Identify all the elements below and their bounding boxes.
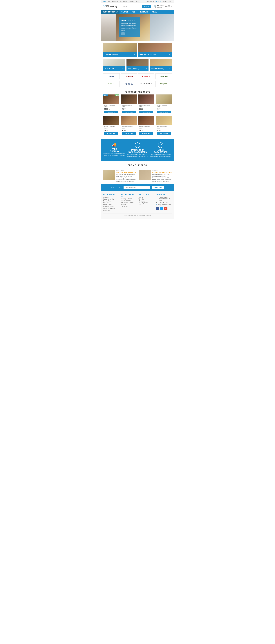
footer-my-wishlist[interactable]: My Wishlist (139, 200, 154, 202)
product-desc-5: Tempor incididunt ut labore (104, 126, 118, 129)
footer-orders-returns[interactable]: Orders and Returns (103, 208, 119, 209)
search-button[interactable]: SEARCH (142, 5, 151, 8)
category-vinyl[interactable]: VINYL Flooring → (126, 58, 148, 71)
category-carpet[interactable]: CARPET Flooring → (150, 58, 172, 71)
footer-customer-service[interactable]: Customer Service (103, 198, 119, 200)
add-to-cart-button-1[interactable]: ADD TO CART (104, 111, 118, 114)
brand-pergo-name: PERGO. (125, 83, 133, 85)
nav-laminate[interactable]: LAMINATE (138, 10, 150, 14)
language-value[interactable]: English ▾ (156, 0, 161, 2)
product-info-3: Tempor incididunt ut labore $258 ADD TO … (138, 104, 154, 114)
logo[interactable]: V Flooring (103, 4, 117, 8)
product-item-4: Tempor incididunt ut labore $258 ADD TO … (156, 94, 172, 114)
product-item-5: Tempor incididunt ut labore $258 ADD TO … (103, 116, 119, 136)
features-banner: 🚚 FREESHIPPING Lorem ipsum dolor sit ame… (101, 139, 174, 161)
blog-post-1-title[interactable]: DOLORE MAGNA ALIQUA (116, 171, 137, 173)
nav-login[interactable]: Login (136, 0, 139, 2)
currency-value[interactable]: USD ▾ (169, 0, 172, 2)
nav-vinyl[interactable]: VINYL (150, 10, 159, 14)
brand-mannington-name: MANNINGTON. (140, 83, 152, 84)
brand-shaw[interactable]: Shaw (103, 74, 120, 80)
cart-price: $0.00 (165, 5, 170, 7)
cart-dropdown-icon[interactable]: ▾ (171, 5, 172, 7)
brand-formica[interactable]: FORMICA (138, 74, 154, 80)
footer-about-us[interactable]: About Us (103, 196, 119, 198)
footer-track-order[interactable]: Track My Order (139, 202, 154, 204)
footer-information-title: INFORMATION (103, 194, 119, 196)
footer-group-sales[interactable]: Group Sales (121, 206, 136, 207)
nav-carpet[interactable]: CARPET (119, 10, 130, 14)
add-to-cart-button-3[interactable]: ADD TO CART (139, 111, 153, 114)
search-box: SEARCH (121, 4, 151, 8)
hero-arrow[interactable]: → (121, 32, 125, 35)
nav-tile[interactable]: TILE ▾ (130, 10, 138, 14)
nav-blog[interactable]: Blog (108, 0, 110, 2)
footer-privacy-policy[interactable]: Privacy Policy (103, 200, 119, 202)
add-to-cart-button-5[interactable]: ADD TO CART (104, 132, 118, 135)
category-carpet-name: CARPET Flooring (151, 68, 164, 70)
feature-return: ↩ 14 DAYEASY RETURN Lorem ipsum dolor si… (150, 142, 172, 157)
twitter-button[interactable]: t (160, 207, 163, 210)
footer-view-cart[interactable]: View Cart (139, 198, 154, 200)
category-hardwood-label: HARDWOOD Flooring → (138, 52, 172, 56)
footer-sign-in[interactable]: Sign In (139, 196, 154, 198)
product-info-8: Tempor incididunt ut labore $258 ADD TO … (156, 125, 172, 136)
footer-help[interactable]: Help (139, 204, 154, 206)
footer-secure-shopping[interactable]: Secure Shopping (121, 200, 136, 202)
category-laminate[interactable]: LAMINATE Flooring → (103, 43, 137, 56)
brand-ecotimber[interactable]: EcoTimber (103, 81, 120, 87)
category-hardwood[interactable]: HARDWOOD Flooring → (138, 43, 172, 56)
product-desc-6: Tempor incididunt ut labore (122, 126, 136, 129)
cart-title: MY CART (157, 4, 165, 6)
facebook-button[interactable]: f (156, 207, 159, 210)
footer-intl-shipping[interactable]: International Shipping (121, 202, 136, 203)
add-to-cart-button-4[interactable]: ADD TO CART (157, 111, 171, 114)
footer-advanced-search[interactable]: Advanced Search (103, 206, 119, 207)
search-input[interactable] (121, 5, 142, 8)
product-price-2: $258 (122, 108, 136, 110)
feature-return-desc: Lorem ipsum dolor sit amet conse ctetur … (150, 154, 172, 157)
footer-address-text: 9115 Mancova Road,Glasgow G04 9925 (159, 196, 172, 201)
footer-email-link[interactable]: info@domain-inc.com (158, 204, 171, 206)
footer-affiliates[interactable]: Affiliates (121, 204, 136, 205)
feature-shipping-title: FREESHIPPING (103, 148, 125, 152)
brand-mannington[interactable]: MANNINGTON. (138, 81, 154, 87)
footer-site-map[interactable]: Site Map (103, 202, 119, 204)
brand-pergo[interactable]: PERGO. (121, 81, 137, 87)
nav-wishlist[interactable]: My Wishlist (120, 0, 127, 2)
newsletter-email-input[interactable] (124, 186, 150, 189)
category-floor-tile-label: FLOOR TILE → (103, 66, 125, 71)
newsletter-label: NEWSLETTER (111, 187, 122, 188)
product-image-4 (156, 94, 172, 104)
blog-post-2-author: Admin Admin (152, 170, 172, 171)
footer-contacts-title: CONTACTS (156, 194, 172, 196)
footer-shipping-returns[interactable]: Shipping & Returns (121, 198, 136, 200)
footer-contact-us[interactable]: Contact Us (103, 210, 119, 211)
footer-why-buy: WHY BUY FROM US Shipping & Returns Secur… (121, 194, 136, 212)
footer-search-terms[interactable]: Search Terms (103, 204, 119, 206)
main-nav: FLOORING TOOLS CARPET TILE ▾ LAMINATE VI… (101, 10, 174, 14)
nav-flooring-tools[interactable]: FLOORING TOOLS (101, 10, 119, 14)
category-floor-tile-name: FLOOR TILE (105, 68, 114, 70)
nav-checkout[interactable]: Checkout (128, 0, 134, 2)
newsletter-subscribe-button[interactable]: SUBSCRIBE (152, 186, 164, 189)
nav-myaccount[interactable]: My Account (112, 0, 119, 2)
nav-home[interactable]: Home (103, 0, 106, 2)
cart-icon: 🛒 (154, 5, 157, 8)
cart-area[interactable]: 🛒 MY CART 0 items $0.00 ▾ (154, 4, 172, 8)
googleplus-button[interactable]: g+ (164, 207, 167, 210)
product-image-7 (138, 116, 154, 125)
add-to-cart-button-7[interactable]: ADD TO CART (139, 132, 153, 135)
brand-appalachian[interactable]: Appalachian (156, 74, 172, 80)
satisfaction-icon: ✓ (135, 142, 140, 148)
blog-post-2-title[interactable]: DOLORE MAGNA ALIQUA (152, 171, 172, 173)
add-to-cart-button-8[interactable]: ADD TO CART (157, 132, 171, 135)
blog-post-2: Admin Admin DOLORE MAGNA ALIQUA Lorem ip… (139, 170, 172, 182)
category-floor-tile[interactable]: FLOOR TILE → (103, 58, 125, 71)
add-to-cart-button-6[interactable]: ADD TO CART (122, 132, 136, 135)
brand-teragren[interactable]: Teragren. (156, 81, 172, 87)
category-floor-tile-arrow: → (122, 68, 124, 70)
footer-information: INFORMATION About Us Customer Service Pr… (103, 194, 119, 212)
add-to-cart-button-2[interactable]: ADD TO CART (122, 111, 136, 114)
brand-quickstep[interactable]: Quick-Step (121, 74, 137, 80)
